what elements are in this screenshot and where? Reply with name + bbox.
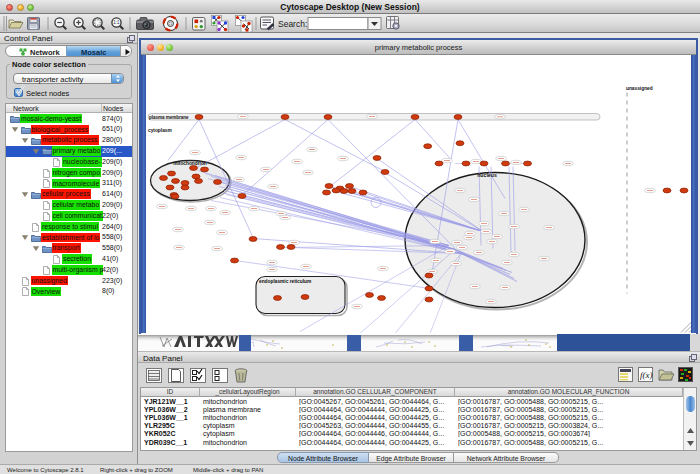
svg-text:f(x): f(x) [640,370,653,380]
svg-text:plasma membrane: plasma membrane [149,115,189,120]
svg-text:endoplasmic reticulum: endoplasmic reticulum [259,279,311,284]
svg-text:cytoplasm: cytoplasm [148,128,172,133]
svg-text:unassigned: unassigned [626,86,653,91]
svg-text:Search:: Search: [278,19,307,29]
svg-text:mitochondrion: mitochondrion [173,161,207,166]
svg-text:nucleus: nucleus [477,172,497,178]
svg-text:1:1: 1:1 [113,20,120,25]
